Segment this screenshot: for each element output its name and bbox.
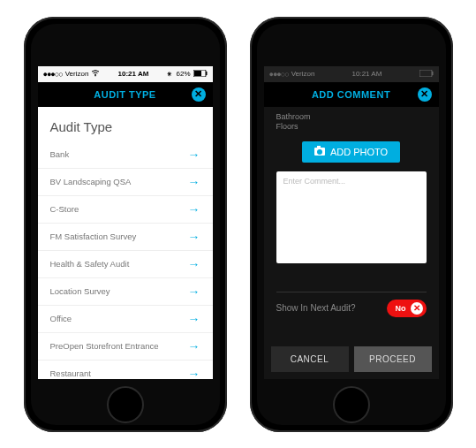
list-item-label: Bank <box>50 149 70 159</box>
clock: 10:21 AM <box>352 70 382 78</box>
bluetooth-icon: ⁕ <box>166 70 173 79</box>
list-item[interactable]: PreOpen Storefront Entrance→ <box>38 333 213 361</box>
chevron-right-icon: → <box>188 202 200 216</box>
list-item-label: PreOpen Storefront Entrance <box>50 341 159 351</box>
home-button[interactable] <box>333 386 370 423</box>
header-bar: ADD COMMENT ✕ <box>264 82 439 107</box>
action-bar: CANCEL PROCEED <box>264 339 439 379</box>
toggle-row: Show In Next Audit? No ✕ <box>276 292 427 324</box>
close-icon[interactable]: ✕ <box>418 87 432 102</box>
chevron-right-icon: → <box>188 175 200 189</box>
phone-left: ●●●○○ Verizon 10:21 AM ⁕ 62% AUDIT TYPE <box>24 17 227 432</box>
chevron-right-icon: → <box>188 312 200 326</box>
list-item[interactable]: Location Survey→ <box>38 278 213 306</box>
context-path: Bathroom Floors <box>264 107 439 134</box>
add-photo-button[interactable]: ADD PHOTO <box>302 141 400 163</box>
list-item-label: Location Survey <box>50 286 110 296</box>
list-item[interactable]: BV Landscaping QSA→ <box>38 169 213 196</box>
toggle-knob-close-icon: ✕ <box>411 302 423 315</box>
list-item-label: BV Landscaping QSA <box>50 177 132 186</box>
comment-placeholder: Enter Comment... <box>283 177 346 186</box>
context-line-2: Floors <box>276 122 427 133</box>
add-photo-label: ADD PHOTO <box>330 147 388 157</box>
show-next-audit-toggle[interactable]: No ✕ <box>387 300 427 317</box>
context-line-1: Bathroom <box>276 112 427 123</box>
phone-right: ●●●○○ Verizon 10:21 AM ADD COMMENT ✕ Bat… <box>250 17 453 432</box>
carrier-label: Verizon <box>65 70 89 78</box>
close-icon[interactable]: ✕ <box>192 87 206 102</box>
svg-rect-5 <box>432 72 434 75</box>
clock: 10:21 AM <box>118 70 149 78</box>
battery-label: 62% <box>176 70 190 78</box>
list-item[interactable]: C-Store→ <box>38 196 213 224</box>
carrier-label: Verizon <box>291 70 315 78</box>
chevron-right-icon: → <box>188 339 200 353</box>
status-bar: ●●●○○ Verizon 10:21 AM ⁕ 62% <box>38 66 213 82</box>
signal-icon: ●●●○○ <box>269 70 289 79</box>
header-bar: AUDIT TYPE ✕ <box>38 82 213 107</box>
svg-rect-2 <box>206 72 208 75</box>
home-button[interactable] <box>107 386 144 423</box>
svg-rect-4 <box>419 70 432 77</box>
chevron-right-icon: → <box>188 230 200 244</box>
header-title: AUDIT TYPE <box>94 89 155 100</box>
list-item[interactable]: FM Satisfaction Survey→ <box>38 224 213 251</box>
list-item-label: Restaurant <box>50 368 91 378</box>
section-title: Audit Type <box>38 107 213 141</box>
status-bar: ●●●○○ Verizon 10:21 AM <box>264 66 439 82</box>
cancel-button[interactable]: CANCEL <box>271 346 349 372</box>
list-item[interactable]: Bank→ <box>38 141 213 169</box>
screen-add-comment: ●●●○○ Verizon 10:21 AM ADD COMMENT ✕ Bat… <box>264 66 439 379</box>
screen-audit-type: ●●●○○ Verizon 10:21 AM ⁕ 62% AUDIT TYPE <box>38 66 213 379</box>
svg-point-0 <box>95 74 97 76</box>
comment-input[interactable]: Enter Comment... <box>276 171 427 263</box>
battery-icon <box>419 70 434 79</box>
header-title: ADD COMMENT <box>312 89 390 100</box>
chevron-right-icon: → <box>188 257 200 271</box>
list-item-label: C-Store <box>50 204 79 214</box>
content-area: Audit Type Bank→BV Landscaping QSA→C-Sto… <box>38 107 213 379</box>
list-item-label: FM Satisfaction Survey <box>50 232 137 241</box>
svg-rect-3 <box>194 71 201 76</box>
toggle-value: No <box>396 304 406 313</box>
list-item[interactable]: Health & Safety Audit→ <box>38 251 213 278</box>
list-item-label: Office <box>50 314 72 323</box>
list-item[interactable]: Restaurant→ <box>38 361 213 379</box>
list-item[interactable]: Office→ <box>38 306 213 333</box>
signal-icon: ●●●○○ <box>43 70 63 79</box>
list-item-label: Health & Safety Audit <box>50 259 130 269</box>
toggle-label: Show In Next Audit? <box>276 303 356 313</box>
content-area: Bathroom Floors ADD PHOTO Enter Comment.… <box>264 107 439 379</box>
proceed-button[interactable]: PROCEED <box>354 346 432 372</box>
wifi-icon <box>91 70 100 79</box>
chevron-right-icon: → <box>188 148 200 162</box>
camera-icon <box>314 148 325 156</box>
battery-icon <box>193 70 208 79</box>
chevron-right-icon: → <box>188 285 200 299</box>
chevron-right-icon: → <box>188 367 200 379</box>
